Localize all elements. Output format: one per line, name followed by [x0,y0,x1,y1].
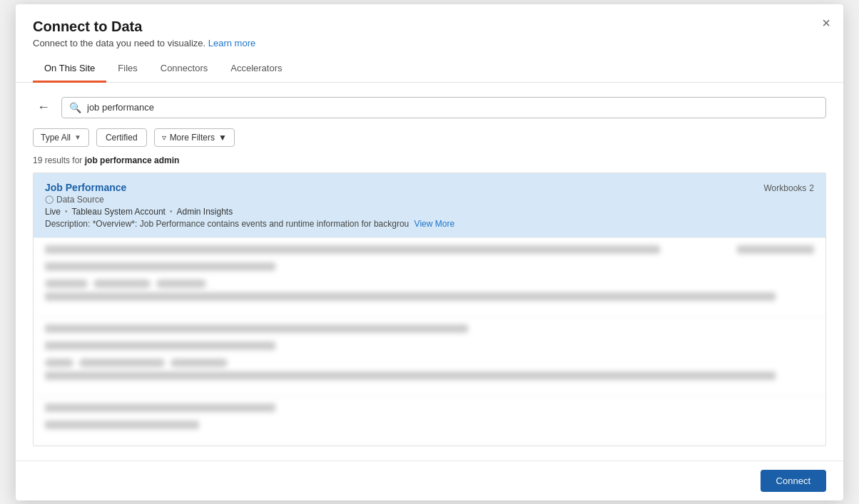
workbooks-count: Workbooks 2 [764,183,815,193]
result-live-label: Live [45,207,61,217]
type-filter-button[interactable]: Type All ▼ [33,128,89,147]
modal-footer: Connect [16,461,843,500]
result-type-label: Data Source [56,195,104,205]
result-description: Description: *Overview*: Job Performance… [45,219,814,229]
datasource-icon: ◯ [45,195,54,204]
filter-row: Type All ▼ Certified ▿ More Filters ▼ [33,128,826,147]
result-meta: Live • Tableau System Account • Admin In… [45,207,814,217]
subtitle-text: Connect to the data you need to visualiz… [33,38,208,48]
search-box: 🔍 [61,97,826,118]
workbooks-number: 2 [809,183,814,193]
results-count-text: 19 results for [33,155,82,165]
tab-connectors[interactable]: Connectors [149,57,219,83]
results-list: Job Performance ◯ Data Source Live • Tab… [33,173,826,446]
back-button[interactable]: ← [33,97,54,118]
tab-bar: On This Site Files Connectors Accelerato… [33,57,826,82]
type-filter-caret-icon: ▼ [74,133,81,141]
result-type: ◯ Data Source [45,195,814,205]
tab-files[interactable]: Files [106,57,148,83]
connect-button[interactable]: Connect [761,470,826,492]
result-item-job-performance[interactable]: Job Performance ◯ Data Source Live • Tab… [34,173,825,238]
search-row: ← 🔍 [33,97,826,118]
bullet-2: • [170,207,173,215]
search-input[interactable] [87,102,818,113]
result-owner: Tableau System Account [72,207,166,217]
funnel-icon: ▿ [162,133,166,143]
result-desc-text: Description: *Overview*: Job Performance… [45,219,409,229]
modal-title: Connect to Data [33,19,826,35]
modal-body: ← 🔍 Type All ▼ Certified ▿ More Filters … [16,83,843,461]
search-icon: 🔍 [69,102,81,113]
modal-subtitle: Connect to the data you need to visualiz… [33,38,826,48]
result-project: Admin Insights [176,207,233,217]
more-filters-label: More Filters [170,133,215,143]
results-count: 19 results for job performance admin [33,155,826,165]
close-button[interactable]: × [822,16,830,30]
tab-on-this-site[interactable]: On This Site [33,57,106,83]
results-query-bold: job performance admin [85,155,180,165]
workbooks-label: Workbooks [764,183,807,193]
result-title: Job Performance [45,182,814,193]
type-filter-label: Type All [41,133,71,143]
blurred-result-4 [34,396,825,446]
more-filters-button[interactable]: ▿ More Filters ▼ [154,128,235,147]
view-more-link[interactable]: View More [415,219,454,229]
back-arrow-icon: ← [37,100,50,115]
learn-more-link[interactable]: Learn more [208,38,255,48]
more-filters-caret-icon: ▼ [218,133,227,143]
certified-filter-button[interactable]: Certified [96,128,147,147]
connect-to-data-modal: Connect to Data Connect to the data you … [16,4,843,500]
bullet-1: • [65,207,68,215]
tab-accelerators[interactable]: Accelerators [219,57,293,83]
blurred-result-3 [34,317,825,396]
blurred-result-2 [34,238,825,317]
modal-header: Connect to Data Connect to the data you … [16,4,843,83]
